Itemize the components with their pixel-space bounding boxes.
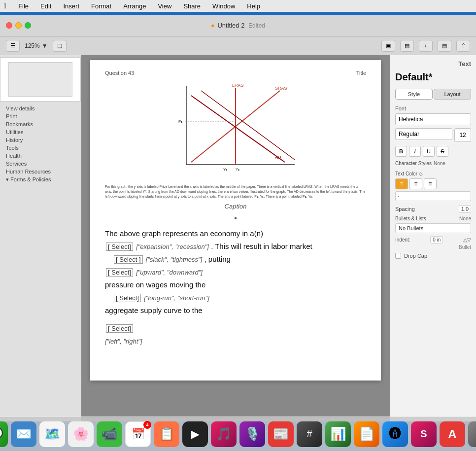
document-text: The above graph represents an economy in… — [105, 228, 366, 347]
menu-view[interactable]: View — [156, 2, 173, 10]
main-sentence-line: The above graph represents an economy in… — [105, 228, 366, 240]
sidebar-item-services[interactable]: Services — [4, 160, 77, 168]
menu-edit[interactable]: Edit — [38, 2, 53, 10]
zoom-control[interactable]: 125% ▼ — [25, 42, 48, 49]
sidebar-item-utilities[interactable]: Utilities — [4, 128, 77, 136]
menu-insert[interactable]: Insert — [61, 2, 81, 10]
strikethrough-button[interactable]: S — [437, 146, 448, 157]
menu-help[interactable]: Help — [245, 2, 262, 10]
sidebar-item-tools[interactable]: Tools — [4, 144, 77, 152]
dock-appletv[interactable]: ▶ — [182, 421, 208, 447]
no-bullets-option[interactable]: No Bullets — [395, 223, 471, 233]
drop-cap-checkbox[interactable] — [395, 253, 401, 259]
dock-music[interactable]: 🎵 — [211, 421, 237, 447]
media-button[interactable]: ▤ — [438, 40, 451, 52]
apple-menu[interactable]:  — [4, 2, 6, 10]
select-5[interactable]: [ Select] — [106, 324, 133, 333]
sidebar-item-human-resources[interactable]: Human Resources — [4, 168, 77, 175]
select-3[interactable]: [ Select] — [106, 268, 133, 277]
minimize-button[interactable] — [15, 22, 22, 29]
select-1[interactable]: [ Select] — [106, 243, 133, 251]
dock-messages[interactable]: 💬 — [0, 421, 8, 447]
dock-numbers[interactable]: 📊 — [325, 421, 351, 447]
tab-layout[interactable]: Layout — [434, 89, 471, 100]
pressure-line: pressure on wages moving the — [105, 279, 366, 291]
format-button[interactable]: ▣ — [381, 40, 395, 52]
right-panel: Text Default* Style Layout Font Helvetic… — [390, 55, 476, 421]
dock-mail[interactable]: ✉️ — [11, 421, 36, 447]
dock-shortcuts[interactable]: # — [297, 421, 322, 447]
font-size-box[interactable]: 12 — [454, 128, 471, 142]
italic-button[interactable]: I — [409, 146, 421, 157]
char-styles-label: Character Styles — [395, 161, 432, 166]
main-document: Question 43 Title LRAS — [81, 55, 390, 421]
sidebar-item-bookmarks[interactable]: Bookmarks — [4, 120, 77, 128]
align-right-button[interactable]: ≡ — [424, 178, 437, 189]
indent-control[interactable]: • — [395, 191, 471, 201]
sidebar-item-forms-policies[interactable]: ▾ Forms & Policies — [4, 175, 77, 184]
panel-title: Text — [395, 60, 471, 68]
page-thumbnail[interactable] — [0, 57, 81, 102]
pressure-text: pressure on wages moving the — [105, 280, 205, 289]
select-4[interactable]: [ Select] — [114, 294, 141, 302]
svg-line-7 — [201, 91, 295, 160]
dock-podcasts[interactable]: 🎙️ — [239, 421, 265, 447]
dock-photos[interactable]: 🌸 — [68, 421, 94, 447]
bold-button[interactable]: B — [395, 146, 407, 157]
char-styles-row: Character Styles None — [395, 161, 471, 166]
align-center-button[interactable]: ≡ — [409, 178, 422, 189]
select-5-options-line: ["left", "right"] — [105, 335, 366, 347]
tab-style[interactable]: Style — [395, 89, 433, 100]
menu-file[interactable]: File — [16, 2, 31, 10]
dock: 🔵 💬 ✉️ 🗺️ 🌸 📹 📅 4 📋 ▶ 🎵 🎙️ 📰 # 📊 📄 — [0, 416, 476, 451]
caption: Caption — [105, 203, 366, 210]
main-sentence: The above graph represents an economy in… — [105, 229, 263, 238]
zoom-dropdown-icon[interactable]: ▼ — [42, 42, 48, 49]
dock-news[interactable]: 📰 — [268, 421, 294, 447]
dock-appstore[interactable]: 🅐 — [382, 421, 408, 447]
dock-maps[interactable]: 🗺️ — [39, 421, 65, 447]
indent-val[interactable]: 0 in — [430, 236, 443, 243]
svg-text:SRAS: SRAS — [275, 86, 287, 91]
spacing-val[interactable]: 1.0 — [459, 205, 471, 213]
menu-arrange[interactable]: Arrange — [121, 2, 148, 10]
menu-format[interactable]: Format — [89, 2, 113, 10]
spacing-label: Spacing — [395, 206, 415, 212]
align-left-button[interactable]: ≡ — [395, 178, 408, 189]
fullscreen-button[interactable] — [25, 22, 31, 29]
dock-calendar[interactable]: 📅 4 — [125, 421, 151, 447]
sidebar-item-history[interactable]: History — [4, 136, 77, 144]
indent-stepper[interactable]: △▽ — [463, 237, 471, 243]
traffic-lights — [6, 22, 31, 29]
menu-share[interactable]: Share — [181, 2, 203, 10]
dock-acrobat[interactable]: A — [440, 421, 465, 447]
style-name: Default* — [395, 71, 471, 83]
view-button[interactable]: ▤ — [400, 40, 414, 52]
page-thumbnails-toggle[interactable]: ▢ — [53, 40, 67, 52]
menu-window[interactable]: Window — [210, 2, 237, 10]
char-styles-val: None — [434, 161, 445, 166]
select-2[interactable]: [ Select ] — [114, 255, 143, 264]
select-2-suffix: , putting — [204, 255, 230, 263]
underline-button[interactable]: U — [423, 146, 435, 157]
bullets-row: Bullets & Lists None — [395, 216, 471, 221]
dock-pages[interactable]: 📄 — [354, 421, 379, 447]
dock-launchpad[interactable]: ⊞ — [468, 421, 476, 447]
font-style[interactable]: Regular — [395, 128, 452, 140]
dock-facetime[interactable]: 📹 — [97, 421, 122, 447]
sidebar-item-health[interactable]: Health — [4, 152, 77, 160]
dock-setapp[interactable]: S — [411, 421, 437, 447]
add-button[interactable]: + — [419, 40, 433, 52]
dock-reminders[interactable]: 📋 — [154, 421, 179, 447]
sidebar-item-print[interactable]: Print — [4, 112, 77, 120]
sidebar-item-view-details[interactable]: View details — [4, 104, 77, 112]
select-line-1: [ Select] ["expansion", "recession"] . T… — [105, 241, 366, 252]
sidebar-toggle[interactable]: ☰ — [6, 40, 20, 52]
close-button[interactable] — [6, 22, 12, 29]
share-button[interactable]: ⇧ — [456, 40, 470, 52]
font-name[interactable]: Helvetica — [395, 113, 471, 125]
font-format-row: B I U S — [395, 146, 471, 157]
select-line-4: [ Select] ["long-run", "short-run"] — [105, 292, 366, 304]
text-color-label: Text Color ◇ — [395, 171, 471, 176]
content-area: View details Print Bookmarks Utilities H… — [0, 55, 476, 421]
